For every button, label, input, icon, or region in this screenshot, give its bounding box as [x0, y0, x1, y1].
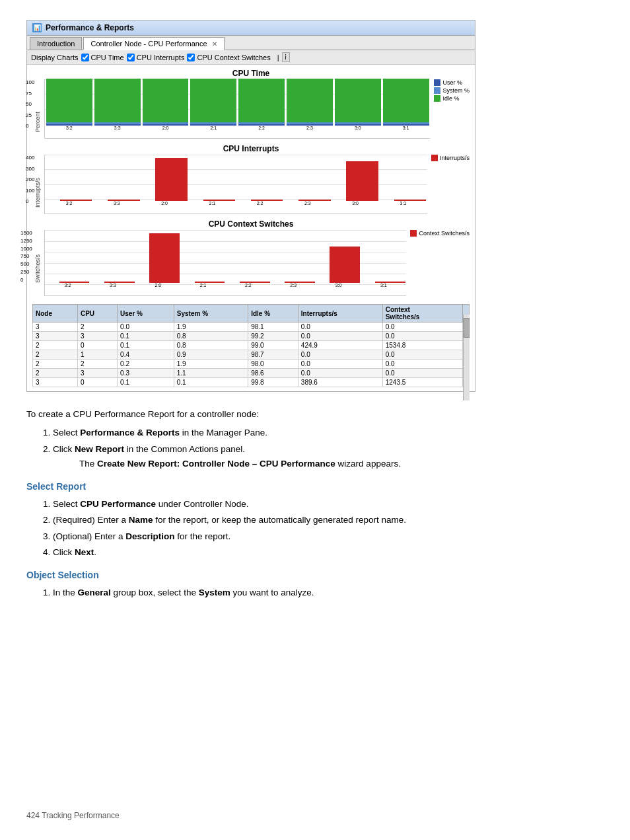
select-report-steps: Select CPU Performance under Controller …	[53, 498, 604, 559]
chart-toolbar: Display Charts CPU Time CPU Interrupts C…	[27, 50, 475, 65]
cpu-interrupts-checkbox-label[interactable]: CPU Interrupts	[127, 54, 185, 61]
col-context: ContextSwitches/s	[382, 305, 462, 323]
object-selection-heading: Object Selection	[26, 568, 604, 582]
select-report-heading: Select Report	[26, 480, 604, 494]
cpu-context-switches-chart-body: 3:2 3:3 2:0	[44, 230, 406, 296]
info-button[interactable]: i	[282, 52, 290, 62]
doc-body: To create a CPU Performance Report for a…	[26, 408, 604, 599]
cpu-context-switches-legend: Context Switches/s	[410, 230, 470, 237]
cpu-time-checkbox[interactable]	[81, 54, 89, 61]
select-report-step-3: (Optional) Enter a Description for the r…	[53, 530, 604, 543]
cpu-data-table: Node CPU User % System % Idle % Interrup…	[32, 304, 470, 387]
cpu-interrupts-chart-body: 3:2 3:3 2:0	[44, 155, 427, 214]
tab-introduction[interactable]: Introduction	[30, 37, 82, 50]
cpu-context-switches-title: CPU Context Switches	[32, 219, 470, 229]
cpu-context-switches-checkbox-label[interactable]: CPU Context Switches	[187, 54, 270, 61]
cpu-interrupts-title: CPU Interrupts	[32, 144, 470, 153]
cpu-interrupts-legend: Interrupts/s	[431, 155, 470, 161]
table-row: 320.01.998.10.00.0	[33, 323, 470, 332]
cpu-context-switches-chart: CPU Context Switches Switches/s 15001250…	[32, 219, 470, 296]
col-system: System %	[174, 305, 248, 323]
cpu-interrupts-checkbox[interactable]	[127, 54, 135, 61]
table-row: 230.31.198.60.00.0	[33, 369, 470, 378]
page-footer: 424 Tracking Performance	[26, 811, 120, 820]
col-idle: Idle %	[248, 305, 298, 323]
screenshot-panel: 📊 Performance & Reports Introduction Con…	[26, 20, 475, 392]
tab-cpu-performance[interactable]: Controller Node - CPU Performance ✕	[83, 37, 224, 50]
close-tab-icon[interactable]: ✕	[212, 40, 217, 48]
intro-steps: Select Performance & Reports in the Mana…	[53, 426, 604, 471]
window-icon: 📊	[32, 23, 42, 32]
col-interrupts: Interrupts/s	[298, 305, 382, 323]
select-report-step-2: (Required) Enter a Name for the report, …	[53, 514, 604, 527]
object-selection-step-1: In the General group box, select the Sys…	[53, 586, 604, 599]
intro-step-1: Select Performance & Reports in the Mana…	[53, 426, 604, 439]
cpu-time-chart-body: 3:2	[44, 79, 430, 139]
col-user: User %	[118, 305, 174, 323]
table-row: 200.10.899.0424.91534.8	[33, 341, 470, 350]
cpu-time-legend: User % System % Idle %	[434, 79, 470, 102]
intro-paragraph: To create a CPU Performance Report for a…	[26, 408, 604, 421]
charts-area: CPU Time Percent 1007550250	[27, 65, 475, 391]
app-window: 📊 Performance & Reports Introduction Con…	[26, 20, 604, 599]
select-report-step-4: Click Next.	[53, 546, 604, 559]
window-title: Performance & Reports	[46, 23, 134, 32]
intro-step-2: Click New Report in the Common Actions p…	[53, 443, 604, 471]
col-node: Node	[33, 305, 78, 323]
cpu-context-switches-checkbox[interactable]	[187, 54, 195, 61]
table-row: 300.10.199.8389.61243.5	[33, 378, 470, 387]
display-charts-label: Display Charts	[31, 54, 79, 61]
tab-bar: Introduction Controller Node - CPU Perfo…	[27, 36, 475, 50]
data-table-wrapper: Node CPU User % System % Idle % Interrup…	[32, 301, 470, 387]
table-row: 330.10.899.20.00.0	[33, 332, 470, 341]
object-selection-steps: In the General group box, select the Sys…	[53, 586, 604, 599]
select-report-step-1: Select CPU Performance under Controller …	[53, 498, 604, 511]
cpu-time-title: CPU Time	[32, 69, 470, 78]
cpu-time-chart: CPU Time Percent 1007550250	[32, 69, 470, 139]
cpu-context-switches-ylabel: Switches/s	[32, 230, 43, 283]
cpu-time-checkbox-label[interactable]: CPU Time	[81, 54, 124, 61]
table-row: 210.40.998.70.00.0	[33, 350, 470, 360]
cpu-interrupts-chart: CPU Interrupts Interrupts/s 400300200100…	[32, 144, 470, 214]
table-row: 220.21.998.00.00.0	[33, 360, 470, 369]
window-titlebar: 📊 Performance & Reports	[27, 20, 475, 36]
col-cpu: CPU	[77, 305, 117, 323]
